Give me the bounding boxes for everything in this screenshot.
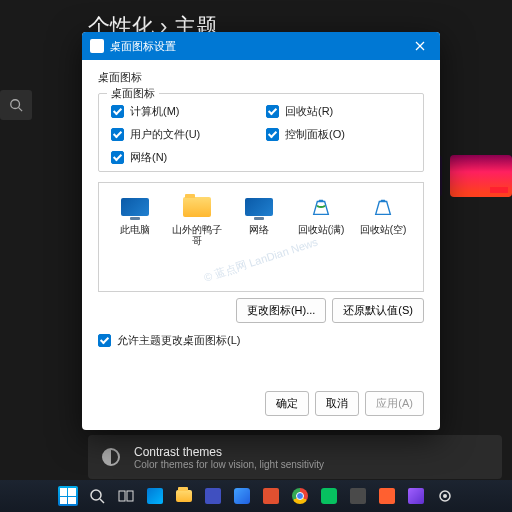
close-icon	[415, 41, 425, 51]
app-icon	[205, 488, 221, 504]
recycle-icon	[372, 195, 394, 219]
taskbar-search[interactable]	[85, 484, 109, 508]
app-icon	[263, 488, 279, 504]
dialog-title: 桌面图标设置	[110, 39, 176, 54]
check-allow-themes[interactable]: 允许主题更改桌面图标(L)	[98, 333, 424, 348]
search-input[interactable]	[0, 90, 32, 120]
monitor-icon	[245, 198, 273, 216]
icon-this-pc[interactable]: 此电脑	[107, 193, 163, 235]
group-legend: 桌面图标	[107, 86, 159, 101]
desktop-icons-group: 桌面图标 计算机(M) 回收站(R) 用户的文件(U) 控制面板(O) 网络(N…	[98, 93, 424, 172]
recycle-icon	[310, 195, 332, 219]
start-button[interactable]	[56, 484, 80, 508]
taskbar-app[interactable]	[375, 484, 399, 508]
app-icon	[147, 488, 163, 504]
svg-line-5	[100, 499, 104, 503]
taskbar-app[interactable]	[404, 484, 428, 508]
app-icon	[234, 488, 250, 504]
contrast-icon	[102, 448, 120, 466]
contrast-themes-card[interactable]: Contrast themes Color themes for low vis…	[88, 435, 502, 479]
app-icon	[350, 488, 366, 504]
icon-preview: 此电脑 山外的鸭子哥 网络 回收站(满) 回收站(空)	[98, 182, 424, 292]
check-network[interactable]: 网络(N)	[111, 150, 256, 165]
taskbar[interactable]	[0, 480, 512, 512]
taskbar-app[interactable]	[201, 484, 225, 508]
taskbar-chrome[interactable]	[288, 484, 312, 508]
icon-recycle-empty[interactable]: 回收站(空)	[355, 193, 411, 235]
dialog-titlebar[interactable]: 桌面图标设置	[82, 32, 440, 60]
contrast-title: Contrast themes	[134, 445, 324, 459]
svg-point-4	[91, 490, 101, 500]
svg-point-0	[11, 100, 20, 109]
taskbar-settings[interactable]	[433, 484, 457, 508]
folder-icon	[183, 197, 211, 217]
svg-line-1	[19, 108, 23, 112]
taskbar-app[interactable]	[259, 484, 283, 508]
taskbar-app[interactable]	[230, 484, 254, 508]
taskview-icon	[118, 488, 134, 504]
icon-recycle-full[interactable]: 回收站(满)	[293, 193, 349, 235]
check-recycle[interactable]: 回收站(R)	[266, 104, 411, 119]
task-view[interactable]	[114, 484, 138, 508]
folder-icon	[176, 490, 192, 502]
icon-user-folder[interactable]: 山外的鸭子哥	[169, 193, 225, 246]
cancel-button[interactable]: 取消	[315, 391, 359, 416]
wechat-icon	[321, 488, 337, 504]
change-icon-button[interactable]: 更改图标(H)...	[236, 298, 326, 323]
app-icon	[379, 488, 395, 504]
check-control-panel[interactable]: 控制面板(O)	[266, 127, 411, 142]
dialog-icon	[90, 39, 104, 53]
svg-point-9	[443, 494, 447, 498]
check-user-files[interactable]: 用户的文件(U)	[111, 127, 256, 142]
app-icon	[408, 488, 424, 504]
svg-rect-6	[119, 491, 125, 501]
taskbar-app[interactable]	[143, 484, 167, 508]
taskbar-wechat[interactable]	[317, 484, 341, 508]
chrome-icon	[292, 488, 308, 504]
monitor-icon	[121, 198, 149, 216]
icon-network[interactable]: 网络	[231, 193, 287, 235]
taskbar-explorer[interactable]	[172, 484, 196, 508]
taskbar-app[interactable]	[346, 484, 370, 508]
apply-button[interactable]: 应用(A)	[365, 391, 424, 416]
search-icon	[89, 488, 105, 504]
restore-defaults-button[interactable]: 还原默认值(S)	[332, 298, 424, 323]
contrast-sub: Color themes for low vision, light sensi…	[134, 459, 324, 470]
gear-icon	[437, 488, 453, 504]
ok-button[interactable]: 确定	[265, 391, 309, 416]
desktop-icon-settings-dialog: 桌面图标设置 桌面图标 桌面图标 计算机(M) 回收站(R) 用户的文件(U) …	[82, 32, 440, 430]
tab-desktop-icons[interactable]: 桌面图标	[98, 70, 142, 85]
close-button[interactable]	[408, 32, 432, 60]
theme-thumb[interactable]	[450, 155, 512, 197]
check-computer[interactable]: 计算机(M)	[111, 104, 256, 119]
svg-rect-7	[127, 491, 133, 501]
search-icon	[9, 98, 23, 112]
